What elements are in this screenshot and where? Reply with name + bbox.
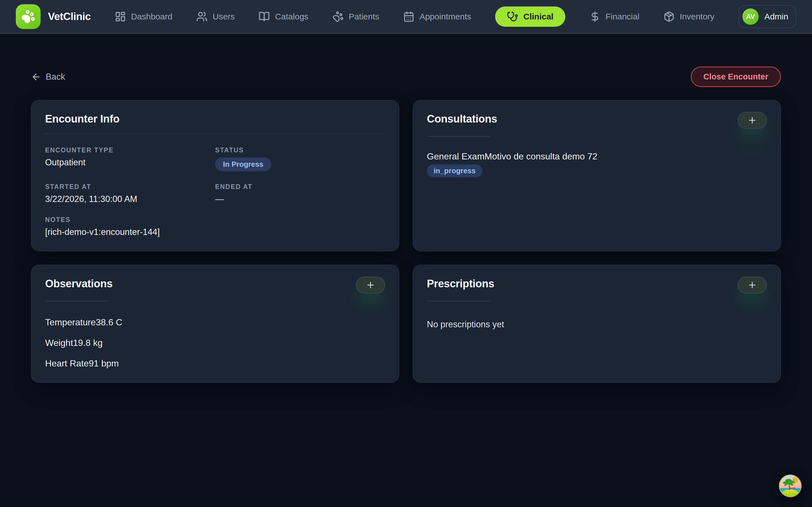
field-value: 3/22/2026, 11:30:00 AM [45, 194, 215, 204]
nav-label: Clinical [523, 12, 553, 21]
add-consultation-button[interactable] [738, 112, 767, 129]
add-observation-button[interactable] [356, 277, 385, 293]
stethoscope-icon [507, 11, 518, 22]
observations-list: Temperature38.6 C Weight19.8 kg Heart Ra… [45, 317, 385, 369]
plus-icon [748, 280, 757, 290]
encounter-info-grid: ENCOUNTER TYPE Outpatient STATUS In Prog… [45, 147, 385, 237]
field-value: — [215, 194, 385, 204]
nav-item-patients[interactable]: Patients [333, 11, 379, 22]
plus-icon [748, 115, 757, 125]
add-prescription-button[interactable] [738, 277, 767, 293]
nav-label: Appointments [419, 12, 471, 21]
consultation-status-badge: in_progress [427, 165, 483, 177]
admin-name: Admin [764, 12, 788, 21]
brand-logo-home[interactable]: VetClinic [16, 4, 91, 29]
divider [427, 301, 490, 301]
prescriptions-card: Prescriptions No prescriptions yet [413, 265, 781, 383]
nav-item-clinical[interactable]: Clinical [495, 6, 565, 27]
page-topbar: Back Close Encounter [31, 66, 781, 87]
field-started-at: STARTED AT 3/22/2026, 11:30:00 AM [45, 183, 215, 204]
vetclinic-logo [16, 4, 41, 29]
field-label: STATUS [215, 147, 385, 154]
consultation-text: General ExamMotivo de consulta demo 72 [427, 151, 767, 162]
paw-print-icon [21, 10, 35, 24]
desert-island-icon [778, 474, 802, 498]
divider [45, 133, 385, 134]
dollar-icon [589, 11, 601, 22]
arrow-left-icon [31, 72, 41, 82]
nav-label: Dashboard [131, 12, 172, 21]
admin-avatar: AV [742, 8, 759, 25]
package-icon [663, 11, 675, 22]
paw-print-icon [333, 11, 344, 22]
field-encounter-type: ENCOUNTER TYPE Outpatient [45, 147, 215, 171]
back-button[interactable]: Back [31, 72, 65, 82]
cards-grid: Encounter Info ENCOUNTER TYPE Outpatient… [31, 100, 781, 383]
field-ended-at: ENDED AT — [215, 183, 385, 204]
nav-label: Inventory [680, 12, 714, 21]
consultations-title: Consultations [427, 113, 497, 125]
nav-item-users[interactable]: Users [196, 11, 235, 22]
nav-label: Patients [349, 12, 379, 21]
back-label: Back [46, 72, 65, 82]
users-icon [196, 11, 207, 22]
field-label: ENDED AT [215, 183, 385, 191]
field-label: NOTES [45, 216, 215, 224]
prescriptions-empty-text: No prescriptions yet [427, 320, 767, 330]
encounter-detail-page: Back Close Encounter Encounter Info ENCO… [0, 34, 812, 383]
book-open-icon [259, 11, 270, 22]
nav-item-dashboard[interactable]: Dashboard [115, 11, 172, 22]
nav-label: Catalogs [275, 12, 308, 21]
consultations-card: Consultations General ExamMotivo de cons… [413, 100, 781, 251]
prescriptions-title: Prescriptions [427, 278, 494, 290]
observations-title: Observations [45, 278, 112, 290]
nav-item-catalogs[interactable]: Catalogs [259, 11, 308, 22]
brand-name: VetClinic [48, 11, 91, 22]
nav-item-appointments[interactable]: Appointments [403, 11, 471, 22]
calendar-icon [403, 11, 414, 22]
admin-menu-button[interactable]: AV Admin [739, 5, 796, 28]
field-value: [rich-demo-v1:encounter-144] [45, 227, 215, 237]
nav-label: Financial [606, 12, 640, 21]
field-status: STATUS In Progress [215, 147, 385, 171]
field-value: Outpatient [45, 158, 215, 168]
observation-row: Temperature38.6 C [45, 317, 385, 328]
field-label: STARTED AT [45, 183, 215, 191]
encounter-info-card: Encounter Info ENCOUNTER TYPE Outpatient… [31, 100, 399, 251]
divider [45, 301, 108, 301]
divider [427, 136, 490, 136]
layout-dashboard-icon [115, 11, 126, 22]
field-label: ENCOUNTER TYPE [45, 147, 215, 154]
observation-row: Heart Rate91 bpm [45, 358, 385, 369]
close-encounter-button[interactable]: Close Encounter [691, 66, 781, 87]
encounter-info-title: Encounter Info [45, 113, 119, 125]
nav-label: Users [213, 12, 235, 21]
status-badge: In Progress [215, 158, 271, 171]
island-fab-button[interactable] [778, 474, 802, 498]
observations-card: Observations Temperature38.6 C Weight19.… [31, 265, 399, 383]
top-navbar: VetClinic Dashboard Users Catalogs Patie… [0, 0, 812, 34]
observation-row: Weight19.8 kg [45, 338, 385, 348]
field-notes: NOTES [rich-demo-v1:encounter-144] [45, 216, 215, 237]
nav-item-financial[interactable]: Financial [589, 11, 640, 22]
plus-icon [366, 280, 375, 290]
consultation-list-item[interactable]: General ExamMotivo de consulta demo 72 i… [427, 151, 767, 177]
nav-item-inventory[interactable]: Inventory [663, 11, 714, 22]
